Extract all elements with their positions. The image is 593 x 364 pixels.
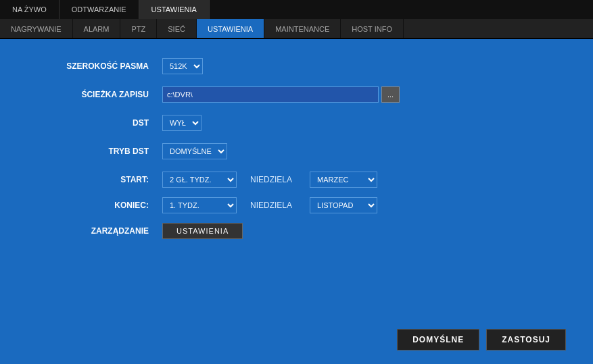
tryb-dst-label: TRYB DST xyxy=(41,147,162,156)
dst-row: DST WYŁ WŁ xyxy=(41,115,552,131)
path-input[interactable] xyxy=(162,86,379,103)
path-row: ŚCIEŻKA ZAPISU ... xyxy=(41,86,552,103)
browse-button[interactable]: ... xyxy=(381,86,400,103)
zarzadzanie-label: ZARZĄDZANIE xyxy=(41,226,162,236)
koniec-month-select[interactable]: STYCZEŃ LUTY MARZEC KWIECIEŃ MAJ CZERWIE… xyxy=(310,197,377,213)
zastosuj-button[interactable]: ZASTOSUJ xyxy=(486,329,566,350)
top-nav: NA ŻYWO ODTWARZANIE USTAWIENIA xyxy=(0,0,593,19)
bandwidth-select[interactable]: 512K 1M 2M 4M xyxy=(162,58,203,74)
koniec-week-select[interactable]: 1. TYDZ. 2 GŁ. TYDZ. 3. TYDZ. 4. TYDZ. xyxy=(162,197,237,213)
path-control: ... xyxy=(162,86,400,103)
tab-siec[interactable]: SIEĆ xyxy=(157,19,197,38)
main-content: SZEROKOŚĆ PASMA 512K 1M 2M 4M ŚCIEŻKA ZA… xyxy=(0,39,593,265)
path-label: ŚCIEŻKA ZAPISU xyxy=(41,90,162,99)
koniec-niedziela-label: NIEDZIELA xyxy=(250,201,304,210)
tryb-dst-control: DOMYŚLNE xyxy=(162,143,227,159)
dst-control: WYŁ WŁ xyxy=(162,115,201,131)
tab-maintenance[interactable]: MAINTENANCE xyxy=(264,19,341,38)
tryb-dst-row: TRYB DST DOMYŚLNE xyxy=(41,143,552,159)
ustawienia-button[interactable]: USTAWIENIA xyxy=(162,223,243,239)
dst-label: DST xyxy=(41,118,162,128)
start-row: START: 1. TYDZ. 2 GŁ. TYDZ. 3. TYDZ. 4. … xyxy=(41,172,552,188)
domyslne-button[interactable]: DOMYŚLNE xyxy=(397,329,479,350)
zarzadzanie-row: ZARZĄDZANIE USTAWIENIA xyxy=(41,223,552,239)
top-nav-tab-nazywo[interactable]: NA ŻYWO xyxy=(0,0,60,19)
top-nav-tab-odtwarzanie[interactable]: ODTWARZANIE xyxy=(60,0,139,19)
bandwidth-label: SZEROKOŚĆ PASMA xyxy=(41,61,162,71)
tab-ustawienia[interactable]: USTAWIENIA xyxy=(197,19,264,38)
second-nav: NAGRYWANIE ALARM PTZ SIEĆ USTAWIENIA MAI… xyxy=(0,19,593,39)
start-month-select[interactable]: STYCZEŃ LUTY MARZEC KWIECIEŃ MAJ CZERWIE… xyxy=(310,172,377,188)
koniec-label: KONIEC: xyxy=(41,201,162,210)
tab-host-info[interactable]: HOST INFO xyxy=(341,19,404,38)
start-week-select[interactable]: 1. TYDZ. 2 GŁ. TYDZ. 3. TYDZ. 4. TYDZ. xyxy=(162,172,237,188)
bandwidth-row: SZEROKOŚĆ PASMA 512K 1M 2M 4M xyxy=(41,58,552,74)
bandwidth-control: 512K 1M 2M 4M xyxy=(162,58,203,74)
tab-nagrywanie[interactable]: NAGRYWANIE xyxy=(0,19,73,38)
top-nav-tab-ustawienia[interactable]: USTAWIENIA xyxy=(139,0,210,19)
bottom-bar: DOMYŚLNE ZASTOSUJ xyxy=(397,329,566,350)
dst-select[interactable]: WYŁ WŁ xyxy=(162,115,201,131)
tryb-dst-select[interactable]: DOMYŚLNE xyxy=(162,143,227,159)
koniec-row: KONIEC: 1. TYDZ. 2 GŁ. TYDZ. 3. TYDZ. 4.… xyxy=(41,197,552,213)
tab-alarm[interactable]: ALARM xyxy=(73,19,121,38)
tab-ptz[interactable]: PTZ xyxy=(120,19,157,38)
start-label: START: xyxy=(41,175,162,184)
start-niedziela-label: NIEDZIELA xyxy=(250,175,304,184)
zarzadzanie-control: USTAWIENIA xyxy=(162,223,243,239)
